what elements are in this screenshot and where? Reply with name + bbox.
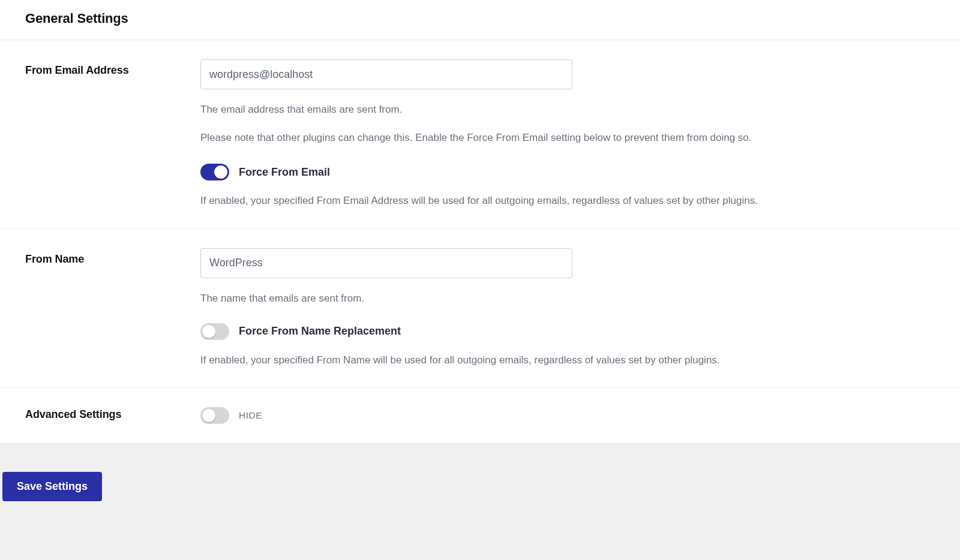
force-from-email-desc: If enabled, your specified From Email Ad… — [200, 192, 935, 209]
row-content: The email address that emails are sent f… — [200, 59, 935, 209]
from-email-input[interactable] — [200, 59, 572, 89]
force-from-name-toggle[interactable] — [200, 323, 229, 340]
force-from-email-label: Force From Email — [239, 166, 330, 179]
panel-title: General Settings — [25, 11, 935, 26]
force-from-email-toggle-row: Force From Email — [200, 164, 935, 180]
from-name-desc-1: The name that emails are sent from. — [200, 290, 935, 306]
panel-header: General Settings — [0, 0, 960, 40]
row-from-name: From Name The name that emails are sent … — [0, 229, 960, 388]
from-email-label: From Email Address — [25, 64, 129, 76]
force-from-name-toggle-row: Force From Name Replacement — [200, 323, 935, 340]
row-content: HIDE — [200, 407, 935, 424]
general-settings-panel: General Settings From Email Address The … — [0, 0, 960, 443]
force-from-name-desc: If enabled, your specified From Name wil… — [200, 352, 935, 368]
save-settings-button[interactable]: Save Settings — [2, 472, 102, 501]
row-from-email: From Email Address The email address tha… — [0, 40, 960, 229]
row-label: Advanced Settings — [25, 407, 200, 424]
force-from-email-toggle[interactable] — [200, 164, 229, 180]
row-label: From Email Address — [25, 59, 200, 209]
from-name-label: From Name — [25, 253, 84, 265]
row-label: From Name — [25, 248, 200, 368]
row-advanced-settings: Advanced Settings HIDE — [0, 388, 960, 443]
advanced-settings-label: Advanced Settings — [25, 408, 121, 420]
from-email-desc-2: Please note that other plugins can chang… — [200, 130, 935, 146]
row-content: The name that emails are sent from. Forc… — [200, 248, 935, 368]
from-email-desc-1: The email address that emails are sent f… — [200, 101, 935, 118]
from-name-input[interactable] — [200, 248, 572, 278]
force-from-name-label: Force From Name Replacement — [239, 325, 401, 338]
advanced-settings-toggle[interactable] — [200, 407, 229, 424]
advanced-settings-state: HIDE — [239, 410, 262, 421]
save-bar: Save Settings — [0, 472, 960, 537]
advanced-toggle-row: HIDE — [200, 407, 935, 424]
